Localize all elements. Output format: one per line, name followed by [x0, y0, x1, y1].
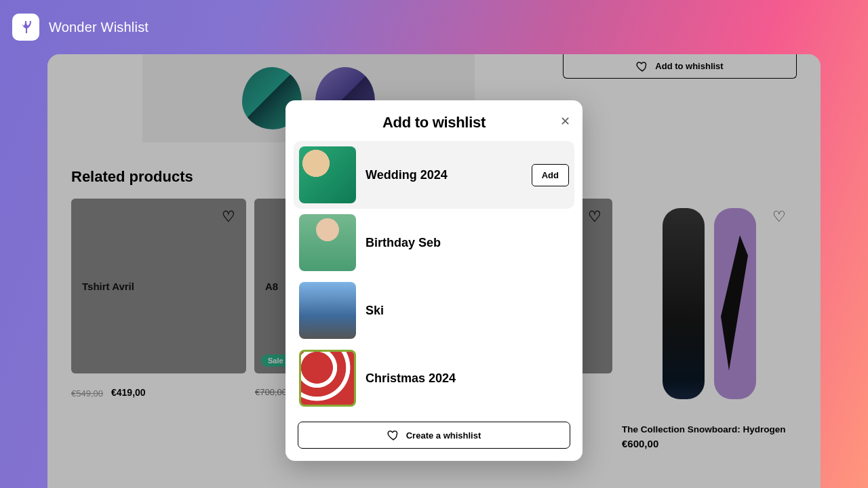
wishlist-thumb [299, 146, 356, 203]
app-header: Wonder Wishlist [0, 0, 868, 54]
add-button[interactable]: Add [532, 164, 569, 186]
wishlist-row[interactable]: Christmas 2024 [294, 344, 574, 412]
wishlist-row[interactable]: Wedding 2024 Add [294, 141, 574, 209]
app-title: Wonder Wishlist [49, 20, 149, 35]
app-logo [12, 14, 39, 41]
wishlist-name: Ski [366, 304, 569, 318]
add-to-wishlist-modal: ✕ Add to wishlist Wedding 2024 Add Birth… [285, 100, 583, 461]
wishlist-row[interactable]: Ski [294, 277, 574, 344]
wishlist-thumb [299, 350, 356, 407]
create-wishlist-label: Create a whishlist [406, 430, 481, 441]
close-icon[interactable]: ✕ [560, 114, 570, 129]
wishlist-thumb [299, 282, 356, 339]
wishlist-thumb [299, 214, 356, 271]
heart-icon [387, 429, 399, 441]
wishlist-row[interactable]: Birthday Seb [294, 209, 574, 277]
wishlist-name: Birthday Seb [366, 236, 569, 250]
modal-title: Add to wishlist [294, 114, 574, 131]
create-wishlist-button[interactable]: Create a whishlist [298, 422, 570, 449]
wishlist-name: Wedding 2024 [366, 168, 522, 182]
wishlist-name: Christmas 2024 [366, 371, 569, 386]
